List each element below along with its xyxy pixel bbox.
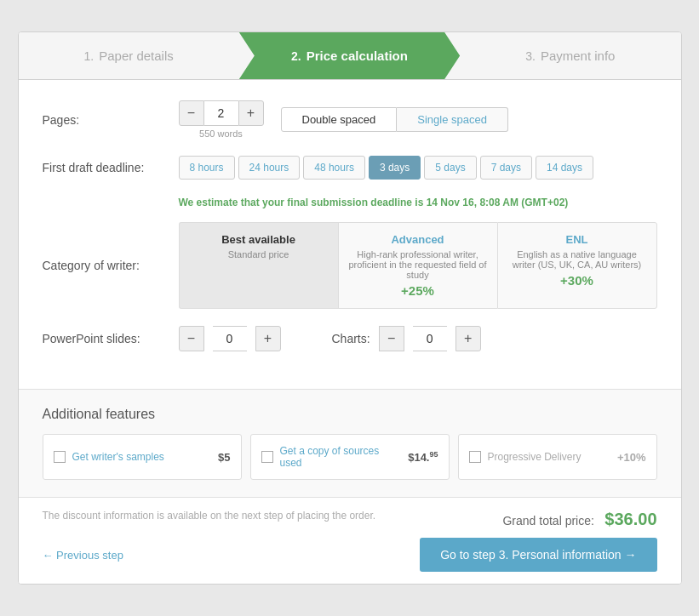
pages-increment-button[interactable]: + [238, 100, 264, 126]
next-step-button[interactable]: Go to step 3. Personal information → [420, 538, 656, 572]
writer-best-available-sub: Standard price [188, 249, 329, 260]
writer-enl-sub: English as a native language writer (US,… [507, 249, 648, 270]
feature-writers-samples: Get writer's samples $5 [43, 434, 242, 480]
step-2[interactable]: 2. Price calculation [239, 32, 460, 79]
progressive-delivery-price: +10% [617, 451, 646, 464]
step-3-number: 3. [525, 49, 536, 63]
copy-sources-price: $14.95 [408, 450, 438, 464]
charts-decrement-button[interactable]: − [379, 326, 404, 351]
step-2-number: 2. [291, 49, 301, 63]
discount-text: The discount information is available on… [43, 510, 376, 522]
deadline-48h[interactable]: 48 hours [303, 156, 365, 180]
deadline-3d[interactable]: 3 days [369, 156, 421, 180]
deadline-24h[interactable]: 24 hours [238, 156, 301, 180]
writer-row: Category of writer: Best available Stand… [43, 222, 657, 309]
step-3-label: Payment info [541, 48, 616, 63]
writer-advanced-title: Advanced [347, 233, 489, 246]
deadline-14d[interactable]: 14 days [536, 156, 593, 180]
single-spaced-button[interactable]: Single spaced [397, 107, 508, 132]
writer-enl-title: ENL [507, 233, 648, 246]
charts-input[interactable] [413, 326, 447, 351]
previous-step-button[interactable]: ← Previous step [43, 549, 123, 562]
pages-row: Pages: − + 550 words Double spaced Singl… [43, 100, 657, 139]
writer-best-available-title: Best available [188, 233, 329, 246]
total-label: Grand total price: [502, 514, 593, 528]
feature-progressive-delivery: Progressive Delivery +10% [458, 434, 657, 480]
additional-title: Additional features [43, 407, 657, 422]
double-spaced-button[interactable]: Double spaced [281, 107, 398, 132]
charts-label: Charts: [332, 332, 370, 345]
additional-section: Additional features Get writer's samples… [19, 389, 681, 497]
pages-control: − + [179, 100, 264, 126]
deadline-buttons: 8 hours 24 hours 48 hours 3 days 5 days … [179, 156, 594, 180]
words-hint: 550 words [179, 128, 264, 139]
writers-samples-price: $5 [218, 451, 230, 464]
progressive-delivery-checkbox[interactable] [469, 451, 481, 463]
estimate-prefix: We estimate that your final submission d… [179, 197, 427, 208]
pages-input[interactable] [204, 100, 238, 126]
deadline-8h[interactable]: 8 hours [179, 156, 235, 180]
slides-decrement-button[interactable]: − [179, 326, 204, 351]
main-content: Pages: − + 550 words Double spaced Singl… [19, 80, 681, 389]
estimate-date: 14 Nov 16, 8:08 AM (GMT+02) [427, 197, 569, 208]
writer-label: Category of writer: [43, 259, 179, 272]
pages-label: Pages: [43, 113, 179, 127]
writers-samples-label: Get writer's samples [72, 451, 212, 463]
writer-cards: Best available Standard price Advanced H… [179, 222, 657, 309]
copy-sources-label: Get a copy of sources used [280, 445, 402, 469]
step-1-number: 1. [84, 49, 95, 63]
footer-section: The discount information is available on… [19, 497, 681, 584]
writer-advanced-sub: High-rank professional writer, proficien… [347, 249, 489, 280]
progressive-delivery-label: Progressive Delivery [488, 451, 610, 463]
slides-increment-button[interactable]: + [255, 326, 281, 351]
slides-charts-row: PowerPoint slides: − + Charts: − + [43, 326, 657, 351]
step-3[interactable]: 3. Payment info [460, 32, 680, 79]
step-1-label: Paper details [99, 48, 174, 63]
writer-advanced[interactable]: Advanced High-rank professional writer, … [338, 222, 497, 309]
estimate-text: We estimate that your final submission d… [179, 197, 657, 208]
charts-section: Charts: − + [332, 326, 481, 351]
total-price: $36.00 [604, 510, 656, 528]
deadline-label: First draft deadline: [43, 161, 179, 174]
steps-header: 1. Paper details 2. Price calculation 3.… [19, 32, 681, 80]
main-container: 1. Paper details 2. Price calculation 3.… [18, 31, 682, 585]
writer-enl[interactable]: ENL English as a native language writer … [497, 222, 657, 309]
deadline-7d[interactable]: 7 days [480, 156, 532, 180]
charts-increment-button[interactable]: + [455, 326, 481, 351]
step-1[interactable]: 1. Paper details [19, 32, 239, 79]
spacing-buttons: Double spaced Single spaced [281, 107, 508, 132]
writer-best-available[interactable]: Best available Standard price [179, 222, 338, 309]
step-2-label: Price calculation [307, 48, 408, 63]
writer-advanced-pct: +25% [347, 283, 489, 298]
feature-cards: Get writer's samples $5 Get a copy of so… [43, 434, 657, 480]
pages-decrement-button[interactable]: − [179, 100, 204, 126]
feature-copy-sources: Get a copy of sources used $14.95 [250, 434, 450, 480]
slides-input[interactable] [213, 326, 247, 351]
slides-section: − + [179, 326, 281, 351]
deadline-5d[interactable]: 5 days [424, 156, 476, 180]
deadline-row: First draft deadline: 8 hours 24 hours 4… [43, 156, 657, 180]
slides-label: PowerPoint slides: [43, 332, 179, 345]
writers-samples-checkbox[interactable] [54, 451, 66, 463]
pages-section: − + 550 words [179, 100, 264, 139]
copy-sources-checkbox[interactable] [261, 451, 273, 463]
footer-nav-row: ← Previous step Go to step 3. Personal i… [43, 538, 657, 572]
writer-enl-pct: +30% [507, 273, 648, 288]
